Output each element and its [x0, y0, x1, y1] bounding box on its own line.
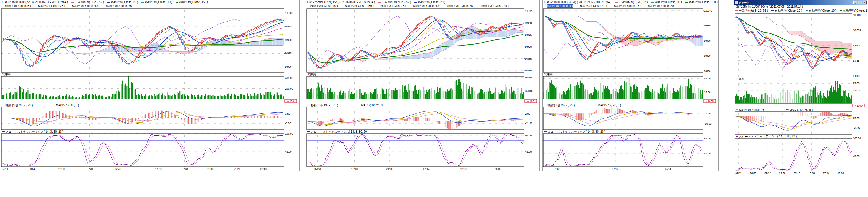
legend-marker	[576, 6, 579, 6]
minimize-button[interactable]: _	[853, 1, 857, 4]
stoch-pane[interactable]	[1, 134, 284, 167]
price-axis-label: 10,025	[525, 9, 533, 12]
macd-axis-label: 2.00	[525, 112, 530, 115]
legend-item[interactable]: 一目均衡表( 9, 26, 52 )	[71, 0, 104, 4]
legend-marker	[142, 2, 144, 3]
volume-axis-label: 950.00	[525, 76, 533, 79]
desktop: 日経225mini 11/09( 5分) ( 2011/07/11 - 2011…	[0, 0, 868, 197]
macd-pane[interactable]	[735, 112, 852, 134]
price-axis-label: 9,960	[853, 44, 860, 47]
volume-axis-label: 85.00	[853, 82, 860, 85]
legend-item[interactable]: 移動平均( Close, 150 )	[840, 9, 867, 12]
legend-item[interactable]: 移動平均( Close, 5 )	[2, 4, 31, 8]
maximize-button[interactable]: □	[858, 1, 862, 4]
chart-canvas-15min[interactable]: 07/1312:0020:0007/1412:0020:0010,0259,99…	[306, 8, 539, 171]
volume-series	[735, 81, 852, 104]
price-axis-label: 10,040	[704, 9, 712, 12]
volume-axis-label: 350.00	[525, 89, 533, 92]
ma75-pane-label: 移動平均( Close, 75 )	[548, 104, 575, 107]
legend-marker	[378, 2, 381, 3]
chart-canvas-5min[interactable]: 07/1410:4012:0013:2014:4017:2018:4020:00…	[1, 8, 300, 171]
stoch-axis-label: 100.00	[853, 137, 861, 140]
legend-item[interactable]: 移動平均( Close, 10 )	[806, 9, 836, 12]
legend-marker	[341, 6, 344, 6]
legend-item[interactable]: 移動平均( Close, 40 )	[68, 4, 99, 8]
price-axis-label: 9,800	[704, 70, 711, 73]
legend-item[interactable]: 移動平均( Close, 75 )	[610, 4, 641, 8]
stoch-pane[interactable]	[307, 134, 524, 167]
legend-item[interactable]: 移動平均( Close, 20 )	[645, 4, 675, 8]
macd-axis-label: 3.50	[285, 112, 290, 115]
volume-axis-label: 45.00	[704, 77, 711, 80]
indicator-legend: 日経225mini 11/09( 5分) ( 2011/07/11 - 2011…	[1, 0, 299, 8]
stoch-pane-label: スロー・ストキャスティクス( 14, 3, 80, 20 )	[311, 130, 369, 133]
legend-item[interactable]: 移動平均( Close, 10 )	[142, 0, 172, 4]
stoch-pane[interactable]	[735, 138, 852, 171]
time-axis-label: 07/14	[423, 168, 430, 170]
chart-title: 日経225mini 11/09( 5分) ( 2011/07/11 - 2011…	[2, 0, 68, 4]
macd-pane[interactable]	[544, 107, 703, 130]
legend-item[interactable]: 移動平均( Close, 150 )	[685, 0, 718, 4]
time-axis-label: 12:00	[58, 168, 65, 170]
legend-item[interactable]: 移動平均( Close, 150 )	[176, 0, 208, 4]
macd-axis-label: 10.00	[704, 112, 711, 115]
close-button[interactable]: ×	[863, 1, 867, 4]
price-axis-label: 9,885	[525, 57, 532, 60]
legend-item[interactable]: 移動平均( Close, 5 )	[377, 4, 406, 8]
time-axis-label: 13:20	[86, 168, 93, 170]
pane-label-marker	[736, 136, 738, 136]
price-pane[interactable]	[544, 9, 703, 72]
legend-marker	[176, 2, 178, 3]
volume-series	[307, 79, 524, 99]
legend-item[interactable]: 移動平均( Close, 20 )	[414, 0, 445, 4]
legend-item[interactable]: 一目均衡表( 9, 26, 52 )	[615, 0, 648, 4]
price-series	[2, 19, 284, 67]
volume-pane-label: 出来高	[2, 73, 11, 76]
time-axis-label: 07/13	[314, 168, 321, 170]
chart-canvas-60min[interactable]: 07/1116:3007/1216:3007/1316:3007/1416:30…	[734, 13, 867, 175]
legend-item[interactable]: 移動平均( Close, 20 )	[771, 9, 802, 12]
time-axis-label: 16:30	[779, 172, 786, 174]
pane-label-marker	[358, 105, 361, 106]
volume-pane-label: 出来高	[307, 73, 316, 76]
price-axis-label: 9,950	[285, 39, 292, 41]
macd-pane[interactable]	[1, 107, 284, 130]
legend-item[interactable]: 移動平均( Close, 150 )	[341, 4, 373, 8]
legend-item[interactable]: 移動平均( Close, 40 )	[576, 4, 607, 8]
stoch-pane-label: スロー・ストキャスティクス( 14, 3, 80, 20 )	[5, 130, 63, 133]
legend-marker	[107, 2, 110, 3]
time-axis-label: 12:00	[351, 168, 358, 170]
pane-label-marker	[736, 110, 738, 110]
legend-item[interactable]: 一目均衡表( 9, 26, 52 )	[378, 0, 411, 4]
legend-item[interactable]: 移動平均( Close, 5 )	[544, 4, 573, 8]
legend-item[interactable]: 移動平均( Close, 10 )	[307, 4, 338, 8]
legend-item[interactable]: 移動平均( Close, 10 )	[651, 0, 682, 4]
ma75-pane-label: 移動平均( Close, 75 )	[5, 104, 33, 107]
legend-item[interactable]: 移動平均( Close, 75 )	[444, 4, 474, 8]
legend-marker	[103, 6, 105, 6]
volume-multiplier-badge: × 1000	[706, 100, 714, 103]
legend-item[interactable]: 移動平均( Close, 40 )	[409, 4, 440, 8]
macd-axis-label: -3.50	[285, 122, 291, 125]
window-titlebar[interactable]: チャート_□×	[734, 0, 867, 5]
stoch-axis-label: 45.00	[285, 150, 292, 153]
ma75-pane-label: 移動平均( Close, 75 )	[311, 104, 338, 107]
pane-label-marker	[307, 105, 310, 106]
time-axis-label: 20:00	[495, 168, 501, 170]
pane-label-marker	[307, 131, 310, 132]
legend-item[interactable]: 一目均衡表( 9, 26, 52 )	[735, 9, 768, 12]
legend-item[interactable]: 移動平均( Close, 25 )	[478, 4, 508, 8]
macd-pane-label: MACD( 12, 26, 9 )	[789, 108, 813, 112]
price-axis-label: 9,920	[704, 39, 711, 42]
price-pane[interactable]	[1, 9, 284, 72]
chart-canvas-30min[interactable]: 07/1207/1307/1410,0409,9809,9209,8609,80…	[543, 8, 718, 171]
legend-item[interactable]: 移動平均( Close, 75 )	[103, 4, 133, 8]
price-axis-label: 10,000	[285, 11, 293, 14]
legend-item[interactable]: 移動平均( Close, 20 )	[107, 0, 138, 4]
time-axis-label: 07/13	[794, 172, 800, 174]
time-axis-label: 07/13	[612, 168, 619, 170]
legend-item[interactable]: 移動平均( Close, 25 )	[34, 4, 65, 8]
stoch-axis-label: 45.00	[525, 150, 532, 153]
chart-window-30min: 日経225mini 11/09( 30分) ( 2011/07/06 - 201…	[542, 0, 718, 171]
volume-multiplier-badge: × 100	[287, 100, 294, 103]
